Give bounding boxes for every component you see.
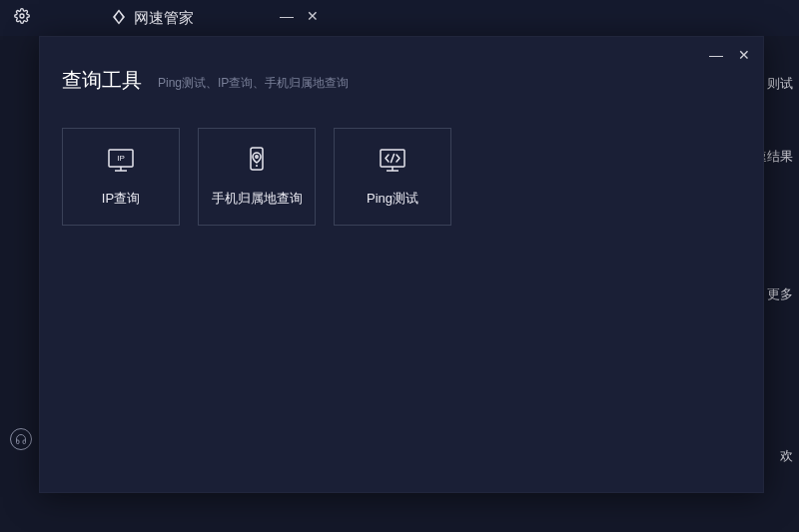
ping-code-icon — [377, 146, 408, 176]
tools-row: IP IP查询 手机归属地查询 — [40, 94, 763, 226]
tool-label: Ping测试 — [367, 190, 418, 208]
phone-location-icon — [244, 146, 270, 176]
support-icon[interactable] — [10, 428, 32, 450]
modal-minimize-button[interactable]: — — [709, 47, 723, 63]
svg-point-0 — [20, 14, 24, 18]
svg-text:IP: IP — [117, 154, 125, 163]
minimize-button[interactable]: — — [280, 8, 294, 24]
svg-point-6 — [256, 165, 258, 167]
svg-point-7 — [256, 156, 258, 158]
bg-text-4: 欢 — [780, 447, 793, 465]
main-window: 网速管家 — ✕ 则试 速结果 更多 欢 — ✕ 查询工具 Ping测试、IP查… — [0, 0, 799, 532]
main-window-controls: — ✕ — [280, 8, 320, 24]
app-logo: 网速管家 — [110, 8, 194, 29]
svg-line-11 — [392, 155, 395, 163]
app-title: 网速管家 — [134, 9, 194, 28]
modal-close-button[interactable]: ✕ — [737, 47, 751, 63]
main-titlebar: 网速管家 — [0, 0, 799, 36]
gear-icon[interactable] — [14, 8, 30, 28]
modal-window-controls: — ✕ — [709, 47, 751, 63]
modal-header: 查询工具 Ping测试、IP查询、手机归属地查询 — [40, 37, 763, 94]
tool-phone-location[interactable]: 手机归属地查询 — [198, 128, 316, 226]
bg-text-3: 更多 — [767, 285, 793, 303]
tool-label: IP查询 — [102, 190, 140, 208]
logo-icon — [110, 8, 128, 29]
modal-title: 查询工具 — [62, 67, 142, 94]
tool-ip-query[interactable]: IP IP查询 — [62, 128, 180, 226]
bg-text-1: 则试 — [767, 75, 793, 93]
modal-subtitle: Ping测试、IP查询、手机归属地查询 — [158, 75, 349, 92]
tool-label: 手机归属地查询 — [212, 190, 303, 208]
query-tools-modal: — ✕ 查询工具 Ping测试、IP查询、手机归属地查询 IP IP查询 — [39, 36, 764, 493]
ip-monitor-icon: IP — [105, 146, 137, 176]
close-button[interactable]: ✕ — [306, 8, 320, 24]
tool-ping-test[interactable]: Ping测试 — [334, 128, 451, 226]
